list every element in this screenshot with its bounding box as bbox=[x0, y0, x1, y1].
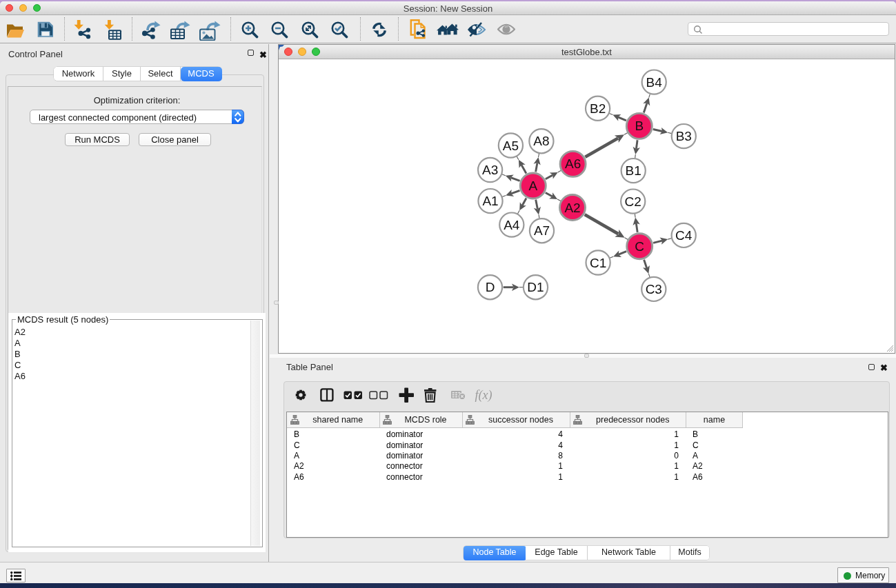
svg-text:C4: C4 bbox=[675, 228, 693, 243]
svg-text:B2: B2 bbox=[590, 101, 606, 116]
svg-text:A7: A7 bbox=[534, 223, 550, 238]
svg-text:A3: A3 bbox=[482, 163, 498, 177]
svg-text:C3: C3 bbox=[646, 282, 662, 296]
svg-text:f(x): f(x) bbox=[475, 388, 492, 403]
svg-text:A: A bbox=[528, 179, 537, 193]
svg-text:C: C bbox=[635, 239, 644, 254]
svg-text:D: D bbox=[486, 280, 495, 294]
svg-text:A6: A6 bbox=[565, 156, 581, 171]
svg-text:B4: B4 bbox=[646, 75, 663, 90]
svg-text:B3: B3 bbox=[676, 129, 692, 143]
svg-text:B: B bbox=[635, 119, 644, 133]
svg-text:A5: A5 bbox=[503, 139, 519, 153]
svg-text:C2: C2 bbox=[625, 194, 641, 209]
svg-text:D1: D1 bbox=[527, 280, 544, 294]
svg-text:B1: B1 bbox=[626, 163, 641, 178]
svg-text:A8: A8 bbox=[533, 134, 549, 148]
svg-text:A2: A2 bbox=[564, 201, 580, 215]
svg-text:A1: A1 bbox=[482, 194, 498, 208]
svg-text:C1: C1 bbox=[590, 256, 606, 270]
svg-text:A4: A4 bbox=[504, 218, 520, 232]
